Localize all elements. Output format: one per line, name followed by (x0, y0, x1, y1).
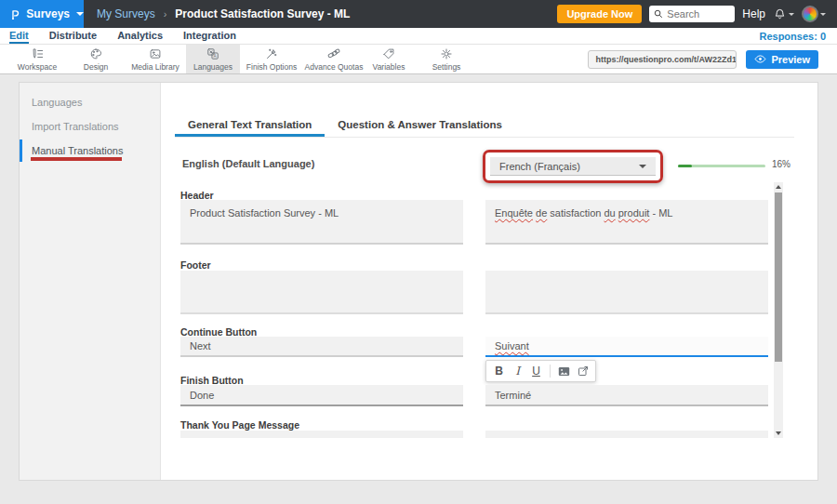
survey-url: https://questionpro.com/t/AW22Zd1S1 (589, 55, 737, 64)
media-library-icon (149, 47, 162, 60)
source-language-label: English (Default Language) (182, 158, 314, 169)
tab-general-text-translation[interactable]: General Text Translation (175, 113, 325, 137)
sidebar-item-import-translations[interactable]: Import Translations (20, 114, 160, 139)
nav-tab-analytics[interactable]: Analytics (117, 28, 163, 44)
toolbar-item-variables[interactable]: Variables (365, 45, 413, 73)
account-menu[interactable] (802, 6, 826, 22)
toolbar-item-languages[interactable]: A Languages (186, 45, 240, 73)
thank-you-translation-textarea[interactable] (485, 431, 768, 438)
survey-nav: Edit Distribute Analytics Integration Re… (0, 28, 837, 45)
annotation-underline (31, 157, 122, 161)
fields-scrollbar[interactable] (774, 182, 783, 438)
edit-toolbar: Workspace Design Media Library A Languag… (0, 45, 837, 74)
bell-icon (773, 7, 787, 21)
translation-progress-percent: 16% (772, 159, 790, 169)
toolbar-item-settings[interactable]: Settings (413, 45, 480, 73)
preview-button[interactable]: Preview (746, 50, 818, 69)
toolbar-item-advance-quotas[interactable]: Advance Quotas (303, 45, 365, 73)
questionpro-logo-icon (9, 7, 21, 21)
notifications-menu[interactable] (773, 7, 794, 21)
advance-quotas-icon (327, 47, 340, 60)
nav-tab-integration[interactable]: Integration (183, 28, 236, 44)
rich-text-toolbar: B I U (485, 360, 596, 382)
continue-source-input[interactable]: Next (180, 337, 463, 357)
nav-tab-edit[interactable]: Edit (9, 28, 29, 44)
help-link[interactable]: Help (742, 7, 765, 20)
chevron-down-icon (789, 13, 794, 16)
languages-icon: A (206, 47, 219, 60)
footer-source-textarea[interactable] (180, 271, 463, 314)
settings-icon (440, 47, 453, 60)
target-language-select[interactable]: French (Français) (490, 157, 656, 176)
toolbar-item-finish-options[interactable]: Finish Options (240, 45, 303, 73)
toolbar-item-design[interactable]: Design (67, 45, 125, 73)
translations-sidebar: Languages Import Translations Manual Tra… (20, 83, 161, 480)
underline-button[interactable]: U (528, 363, 544, 379)
top-bar: Surveys My Surveys › Product Satisfactio… (0, 0, 837, 28)
scroll-down-arrow-icon[interactable] (776, 431, 781, 435)
thank-you-source-textarea[interactable] (180, 431, 463, 438)
toolbar-item-media-library[interactable]: Media Library (125, 45, 186, 73)
manual-translations-content: General Text Translation Question & Answ… (161, 83, 817, 480)
languages-panel: Languages Import Translations Manual Tra… (19, 82, 818, 481)
footer-translation-textarea[interactable] (485, 271, 768, 314)
product-menu-label: Surveys (26, 7, 70, 20)
external-link-icon (578, 365, 589, 377)
toolbar-item-workspace[interactable]: Workspace (7, 45, 67, 73)
workspace-icon (31, 47, 44, 60)
translation-progress-fill (678, 165, 692, 167)
continue-translation-input[interactable]: Suivant (485, 337, 768, 357)
finish-translation-input[interactable]: Terminé (485, 385, 768, 406)
finish-options-icon (265, 47, 278, 60)
topbar-actions: Upgrade Now Help (557, 5, 837, 23)
search-input[interactable] (667, 8, 730, 20)
eye-icon (754, 54, 766, 64)
image-icon (558, 366, 570, 377)
responses-count[interactable]: Responses: 0 (759, 31, 826, 42)
header-source-textarea[interactable]: Product Satisfaction Survey - ML (180, 200, 463, 245)
translation-fields: Header Product Satisfaction Survey - ML … (161, 183, 817, 438)
breadcrumb: My Surveys › Product Satisfaction Survey… (97, 7, 350, 20)
header-translation-textarea[interactable]: Enquête de satisfaction du produit - ML (485, 200, 768, 245)
sidebar-item-languages[interactable]: Languages (20, 90, 160, 114)
survey-title: Product Satisfaction Survey - ML (175, 7, 350, 20)
toolbar-divider (550, 365, 551, 378)
insert-image-button[interactable] (556, 363, 572, 379)
svg-text:A: A (214, 53, 218, 58)
product-menu[interactable]: Surveys (0, 0, 84, 28)
tab-question-answer-translations[interactable]: Question & Answer Translations (325, 113, 515, 137)
global-search[interactable] (649, 6, 735, 22)
translation-progress-bar (678, 165, 765, 167)
field-label-footer: Footer (180, 259, 463, 271)
avatar (802, 6, 818, 22)
chevron-down-icon (820, 13, 826, 16)
breadcrumb-my-surveys[interactable]: My Surveys (97, 7, 155, 20)
survey-url-field[interactable]: https://questionpro.com/t/AW22Zd1S1 (588, 50, 737, 69)
design-icon (89, 47, 102, 60)
translation-tabs: General Text Translation Question & Answ… (175, 113, 794, 138)
chevron-down-icon (639, 165, 646, 168)
nav-tab-distribute[interactable]: Distribute (49, 28, 97, 44)
sidebar-item-manual-translations[interactable]: Manual Translations (20, 139, 160, 163)
scroll-up-arrow-icon[interactable] (776, 185, 781, 189)
field-label-thank-you-page-message: Thank You Page Message (180, 419, 463, 431)
chevron-down-icon (76, 12, 84, 16)
variables-icon (382, 47, 395, 60)
breadcrumb-separator: › (164, 8, 167, 20)
upgrade-now-button[interactable]: Upgrade Now (557, 5, 642, 23)
search-icon (654, 9, 663, 19)
insert-link-button[interactable] (575, 363, 591, 379)
active-indicator (20, 139, 22, 162)
italic-button[interactable]: I (510, 363, 525, 379)
bold-button[interactable]: B (491, 363, 507, 379)
scrollbar-thumb[interactable] (775, 192, 782, 362)
annotation-highlight-box: French (Français) (483, 150, 663, 183)
finish-source-input[interactable]: Done (180, 385, 463, 406)
